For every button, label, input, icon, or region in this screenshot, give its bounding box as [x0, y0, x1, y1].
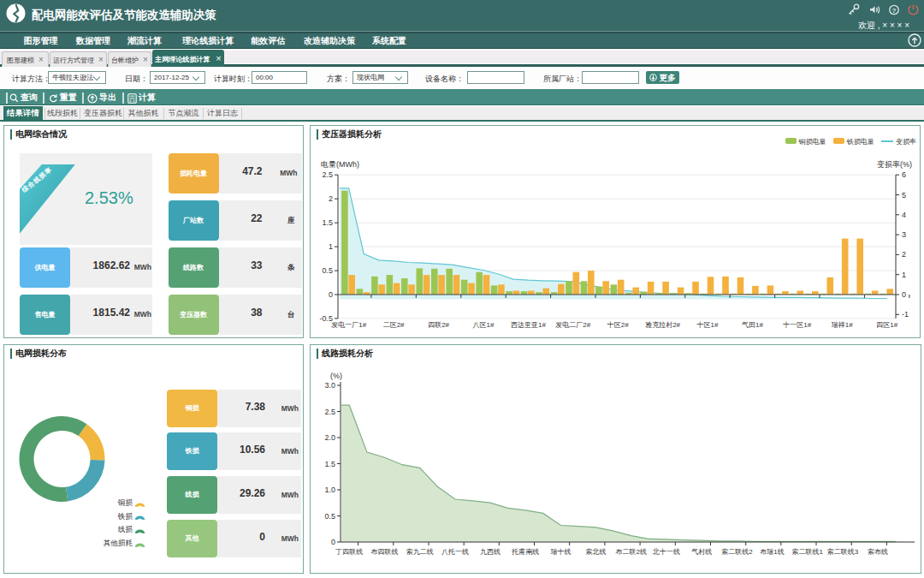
svg-text:八托一线: 八托一线 [441, 548, 469, 556]
svg-text:0.5: 0.5 [324, 512, 335, 521]
svg-text:2: 2 [329, 194, 333, 203]
svg-text:发电二厂2#: 发电二厂2# [555, 321, 590, 329]
svg-text:瑞祥1#: 瑞祥1# [832, 321, 853, 329]
svg-text:索二联线3: 索二联线3 [827, 548, 859, 556]
svg-text:1.5: 1.5 [324, 460, 335, 468]
svg-text:丁四联线: 丁四联线 [335, 548, 363, 556]
svg-text:索布线: 索布线 [868, 548, 888, 556]
svg-text:气田1#: 气田1# [742, 321, 763, 329]
svg-text:八区1#: 八区1# [473, 321, 495, 329]
svg-text:北十一线: 北十一线 [652, 548, 680, 556]
svg-text:气村线: 气村线 [691, 548, 712, 556]
svg-text:瑞十线: 瑞十线 [550, 548, 571, 556]
svg-text:布瑞1线: 布瑞1线 [760, 548, 784, 556]
svg-text:3: 3 [902, 230, 906, 239]
svg-text:索北线: 索北线 [586, 548, 607, 556]
svg-text:四联2#: 四联2# [428, 321, 449, 329]
svg-text:九西线: 九西线 [480, 548, 500, 556]
svg-text:0: 0 [331, 538, 335, 546]
svg-text:4: 4 [902, 211, 906, 219]
svg-text:布四联线: 布四联线 [371, 548, 399, 556]
svg-text:十一区1#: 十一区1# [782, 321, 811, 329]
svg-text:十区1#: 十区1# [696, 321, 719, 329]
svg-text:2.5: 2.5 [322, 170, 333, 179]
svg-text:(%): (%) [330, 372, 342, 380]
svg-text:-1: -1 [902, 310, 909, 319]
svg-text:2.0: 2.0 [324, 433, 335, 442]
svg-text:二区2#: 二区2# [383, 321, 405, 329]
svg-text:2: 2 [902, 250, 906, 259]
svg-text:1.0: 1.0 [324, 486, 335, 494]
svg-text:四区1#: 四区1# [876, 321, 897, 329]
svg-text:1: 1 [902, 271, 906, 279]
svg-text:索九二线: 索九二线 [406, 548, 434, 556]
svg-text:2.5: 2.5 [324, 408, 335, 416]
svg-text:布二联2线: 布二联2线 [616, 548, 647, 556]
svg-text:西达里亚1#: 西达里亚1# [511, 321, 546, 329]
svg-text:5: 5 [902, 191, 906, 200]
svg-text:0.5: 0.5 [322, 266, 333, 275]
svg-text:十区2#: 十区2# [607, 321, 629, 329]
svg-text:0: 0 [902, 290, 906, 299]
svg-text:?: ? [892, 7, 897, 15]
svg-text:3.0: 3.0 [324, 381, 335, 390]
svg-text:0: 0 [329, 290, 333, 299]
svg-text:发电一厂1#: 发电一厂1# [331, 321, 366, 329]
svg-text:1: 1 [329, 242, 333, 251]
svg-text:1.5: 1.5 [322, 218, 333, 227]
svg-text:6: 6 [902, 170, 906, 179]
svg-text:托甫南线: 托甫南线 [511, 548, 539, 556]
svg-text:雅克拉村2#: 雅克拉村2# [645, 321, 680, 329]
svg-text:索二联线2: 索二联线2 [721, 548, 753, 556]
svg-text:索二联线1: 索二联线1 [791, 548, 823, 556]
